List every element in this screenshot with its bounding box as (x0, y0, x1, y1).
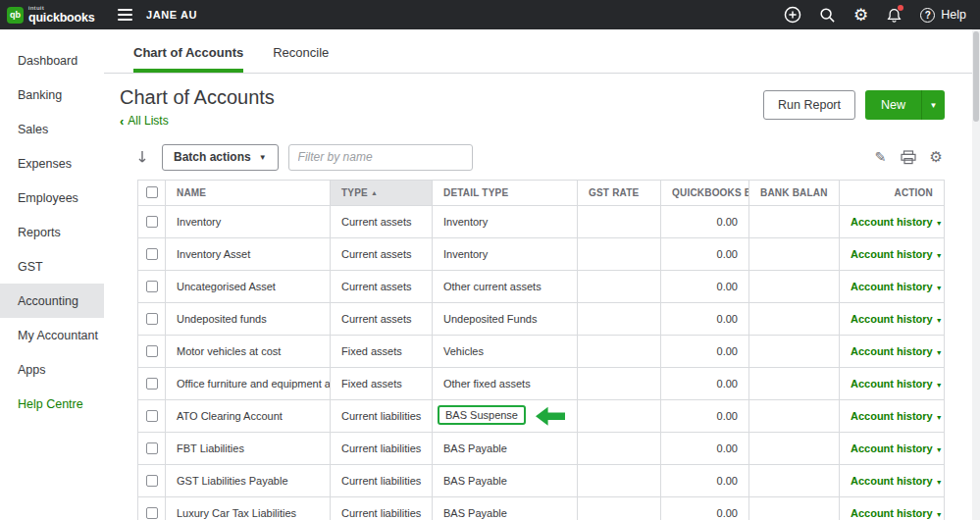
cell-name: ATO Clearing Account (166, 399, 331, 432)
quickbooks-logo: qb intuit quickbooks (0, 5, 102, 25)
company-name[interactable]: JANE AU (146, 9, 197, 21)
scrollbar-thumb[interactable] (973, 31, 979, 122)
account-history-link[interactable]: Account history▼ (851, 281, 943, 292)
chevron-down-icon: ▼ (936, 220, 943, 227)
all-lists-back-link[interactable]: ‹ All Lists (120, 114, 169, 128)
cell-detail-type: BAS Payable (433, 464, 578, 496)
column-header-detail-type[interactable]: DETAIL TYPE (433, 180, 578, 205)
notification-dot (898, 5, 903, 11)
filter-by-name-input[interactable] (288, 144, 473, 171)
cell-gst-rate (578, 335, 661, 367)
account-history-link[interactable]: Account history▼ (851, 216, 943, 228)
row-checkbox[interactable] (146, 410, 158, 422)
new-button[interactable]: New ▼ (865, 90, 945, 120)
column-header-gst-rate[interactable]: GST RATE (578, 180, 661, 205)
column-header-type[interactable]: TYPE▲ (331, 180, 433, 205)
sidebar-item-employees[interactable]: Employees (0, 181, 104, 215)
new-dropdown-caret[interactable]: ▼ (921, 90, 945, 120)
sidebar-item-apps[interactable]: Apps (0, 352, 104, 387)
accounts-table-body: Inventory Current assets Inventory 0.00 … (138, 205, 945, 520)
sidebar-item-gst[interactable]: GST (0, 249, 104, 284)
account-history-link[interactable]: Account history▼ (851, 248, 943, 260)
column-header-name[interactable]: NAME (166, 180, 331, 205)
sort-asc-icon: ▲ (371, 189, 378, 196)
account-history-link[interactable]: Account history▼ (851, 475, 943, 487)
create-plus-icon[interactable] (784, 6, 801, 24)
row-checkbox[interactable] (146, 345, 158, 357)
cell-quickbooks-balance: 0.00 (661, 367, 749, 399)
chevron-left-icon: ‹ (120, 115, 124, 128)
batch-actions-dropdown[interactable]: Batch actions ▼ (162, 144, 279, 171)
table-row: FBT Liabilities Current liabilities BAS … (138, 432, 945, 464)
row-checkbox[interactable] (146, 507, 158, 519)
sidebar-item-banking[interactable]: Banking (0, 78, 104, 112)
table-row: Inventory Current assets Inventory 0.00 … (138, 205, 945, 237)
cell-type: Current liabilities (331, 496, 433, 520)
quickbooks-wordmark: quickbooks (28, 12, 94, 25)
cell-gst-rate (578, 464, 661, 496)
sidebar-item-accounting[interactable]: Accounting (0, 284, 104, 318)
cell-detail-type: BAS Payable (433, 432, 578, 464)
cell-quickbooks-balance: 0.00 (661, 464, 749, 496)
chevron-down-icon: ▼ (936, 414, 943, 421)
row-checkbox[interactable] (146, 248, 158, 260)
sidebar-item-sales[interactable]: Sales (0, 112, 104, 146)
cell-name: Office furniture and equipment at co (166, 367, 331, 399)
cell-type: Fixed assets (331, 367, 433, 399)
table-settings-gear-icon[interactable]: ⚙ (930, 148, 943, 166)
chevron-down-icon: ▼ (936, 285, 943, 291)
chevron-down-icon: ▼ (936, 252, 943, 259)
select-all-checkbox[interactable] (146, 186, 158, 198)
topbar-actions: ⚙ ? Help (784, 6, 980, 24)
top-navigation-bar: qb intuit quickbooks JANE AU ⚙ ? (0, 0, 980, 29)
cell-bank-balance (749, 399, 840, 432)
cell-quickbooks-balance: 0.00 (661, 432, 749, 464)
chevron-down-icon: ▼ (936, 446, 943, 453)
sort-icon[interactable] (137, 149, 152, 165)
cell-gst-rate (578, 399, 661, 432)
page-title: Chart of Accounts (120, 86, 275, 109)
cell-detail-type: Vehicles (433, 335, 578, 367)
column-header-action: ACTION (840, 180, 945, 205)
cell-gst-rate (578, 367, 661, 399)
annotation-arrow-icon (536, 407, 565, 426)
account-history-link[interactable]: Account history▼ (851, 345, 943, 357)
cell-quickbooks-balance: 0.00 (661, 399, 749, 432)
tab-reconcile[interactable]: Reconcile (273, 45, 329, 73)
run-report-button[interactable]: Run Report (763, 90, 855, 120)
chevron-down-icon: ▼ (930, 101, 938, 110)
tab-chart-of-accounts[interactable]: Chart of Accounts (133, 45, 243, 73)
cell-bank-balance (749, 302, 840, 335)
sidebar-item-expenses[interactable]: Expenses (0, 146, 104, 181)
vertical-scrollbar[interactable] (972, 29, 980, 520)
page-tabs: Chart of Accounts Reconcile (104, 29, 980, 74)
column-header-bank-balance[interactable]: BANK BALAN (749, 180, 840, 205)
help-button[interactable]: ? Help (920, 8, 966, 23)
edit-pencil-icon[interactable]: ✎ (875, 149, 887, 165)
row-checkbox[interactable] (146, 313, 158, 325)
cell-detail-type: Inventory (433, 205, 578, 237)
sidebar-item-help-centre[interactable]: Help Centre (0, 387, 104, 421)
account-history-link[interactable]: Account history▼ (851, 507, 943, 519)
sidebar-item-reports[interactable]: Reports (0, 215, 104, 249)
notifications-bell-icon[interactable] (886, 7, 903, 24)
help-label: Help (941, 8, 966, 22)
row-checkbox[interactable] (146, 216, 158, 228)
row-checkbox[interactable] (146, 442, 158, 454)
cell-name: Luxury Car Tax Liabilities (166, 496, 331, 520)
account-history-link[interactable]: Account history▼ (851, 410, 943, 422)
account-history-link[interactable]: Account history▼ (851, 313, 943, 325)
search-icon[interactable] (819, 7, 836, 24)
gear-icon[interactable]: ⚙ (853, 7, 868, 24)
printer-icon[interactable] (901, 150, 916, 165)
row-checkbox[interactable] (146, 378, 158, 390)
account-history-link[interactable]: Account history▼ (851, 442, 943, 454)
hamburger-menu-icon[interactable] (118, 9, 132, 21)
column-header-quickbooks-balance[interactable]: QUICKBOOKS BALA (661, 180, 749, 205)
cell-gst-rate (578, 205, 661, 237)
account-history-link[interactable]: Account history▼ (851, 378, 943, 390)
row-checkbox[interactable] (146, 475, 158, 487)
sidebar-item-dashboard[interactable]: Dashboard (0, 43, 104, 78)
row-checkbox[interactable] (146, 281, 158, 292)
sidebar-item-my-accountant[interactable]: My Accountant (0, 318, 104, 352)
